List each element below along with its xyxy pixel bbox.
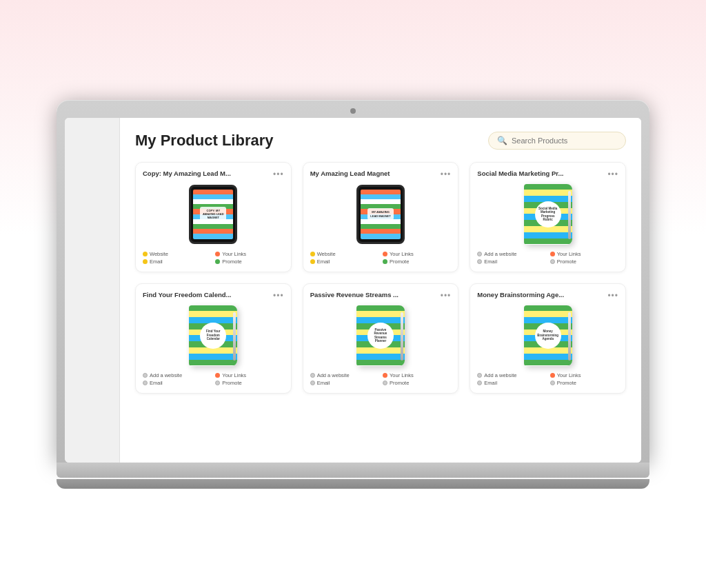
product-name: Find Your Freedom Calend... bbox=[143, 291, 270, 299]
action-label: Promote bbox=[390, 380, 409, 386]
action-label: Add a website bbox=[484, 372, 516, 378]
product-card-header: Passive Revenue Streams ...••• bbox=[310, 291, 452, 301]
laptop-container: My Product Library 🔍 Copy: My Amazing Le… bbox=[57, 100, 649, 489]
action-item[interactable]: Website bbox=[310, 251, 379, 257]
product-menu-button[interactable]: ••• bbox=[438, 291, 452, 301]
book-stripe bbox=[524, 184, 572, 190]
action-label: Add a website bbox=[317, 372, 350, 378]
action-dot bbox=[477, 381, 482, 385]
action-dot bbox=[383, 381, 387, 385]
action-item[interactable]: Add a website bbox=[143, 372, 211, 378]
tablet-wrapper: COPY: MY AMAZING LEAD MAGNET bbox=[189, 185, 237, 244]
action-item[interactable]: Promote bbox=[215, 258, 283, 265]
action-dot bbox=[383, 259, 387, 264]
action-label: Email bbox=[150, 258, 163, 265]
action-dot bbox=[215, 381, 220, 385]
action-item[interactable]: Email bbox=[477, 380, 545, 386]
pen-icon bbox=[568, 191, 571, 239]
pen-icon bbox=[568, 312, 571, 361]
book-center-text: Find Your Freedom Calendar bbox=[200, 328, 226, 342]
action-label: Your Links bbox=[390, 372, 414, 378]
action-dot bbox=[143, 381, 148, 385]
action-item[interactable]: Email bbox=[143, 258, 211, 265]
book-center-text: Social Media Marketing Progress Rubric bbox=[535, 205, 561, 223]
search-input[interactable] bbox=[512, 136, 617, 145]
tablet-text: COPY: MY AMAZING LEAD MAGNET bbox=[200, 207, 226, 222]
action-item[interactable]: Email bbox=[310, 380, 379, 386]
action-item[interactable]: Email bbox=[477, 258, 545, 265]
action-label: Your Links bbox=[557, 372, 581, 378]
pen-icon bbox=[401, 312, 403, 361]
action-item[interactable]: Your Links bbox=[215, 372, 283, 378]
product-name: Money Brainstorming Age... bbox=[477, 291, 605, 299]
screen-bezel: My Product Library 🔍 Copy: My Amazing Le… bbox=[57, 100, 649, 463]
action-item[interactable]: Add a website bbox=[477, 372, 545, 378]
product-menu-button[interactable]: ••• bbox=[605, 170, 618, 179]
action-dot bbox=[550, 373, 555, 378]
tablet-text: MY AMAZING LEAD MAGNET bbox=[367, 208, 394, 219]
action-label: Promote bbox=[390, 258, 409, 265]
product-actions: Add a websiteYour LinksEmailPromote bbox=[477, 251, 618, 265]
action-item[interactable]: Your Links bbox=[550, 251, 618, 257]
search-bar[interactable]: 🔍 bbox=[488, 132, 626, 150]
action-label: Promote bbox=[557, 380, 576, 386]
tablet-wrapper: MY AMAZING LEAD MAGNET bbox=[356, 185, 405, 244]
book-wrapper: Find Your Freedom Calendar bbox=[189, 305, 237, 366]
action-dot bbox=[215, 259, 220, 264]
product-card: My Amazing Lead Magnet•••MY AMAZING LEAD… bbox=[303, 162, 459, 272]
laptop-base bbox=[57, 463, 649, 478]
product-menu-button[interactable]: ••• bbox=[605, 291, 618, 301]
product-actions: WebsiteYour LinksEmailPromote bbox=[310, 251, 452, 265]
book-stripe bbox=[189, 360, 237, 366]
action-dot bbox=[310, 252, 315, 256]
action-item[interactable]: Email bbox=[310, 258, 379, 265]
action-item[interactable]: Your Links bbox=[550, 372, 618, 378]
action-item[interactable]: Email bbox=[143, 380, 211, 386]
product-actions: Add a websiteYour LinksEmailPromote bbox=[310, 372, 452, 386]
product-name: Copy: My Amazing Lead M... bbox=[143, 170, 270, 178]
laptop-foot bbox=[57, 479, 649, 489]
action-item[interactable]: Your Links bbox=[383, 372, 451, 378]
action-label: Your Links bbox=[222, 251, 246, 257]
book-stripe bbox=[189, 305, 237, 312]
action-item[interactable]: Your Links bbox=[215, 251, 283, 257]
action-dot bbox=[550, 381, 555, 385]
book-stripe bbox=[524, 232, 572, 239]
book-circle: Social Media Marketing Progress Rubric bbox=[535, 201, 561, 227]
product-image-container: MY AMAZING LEAD MAGNET bbox=[310, 183, 452, 245]
product-card-header: My Amazing Lead Magnet••• bbox=[310, 170, 452, 179]
action-dot bbox=[550, 252, 555, 256]
product-actions: Add a websiteYour LinksEmailPromote bbox=[143, 372, 284, 386]
action-label: Your Links bbox=[390, 251, 414, 257]
action-item[interactable]: Promote bbox=[383, 258, 451, 265]
action-item[interactable]: Website bbox=[143, 251, 211, 257]
action-item[interactable]: Promote bbox=[550, 258, 618, 265]
action-label: Email bbox=[317, 258, 330, 265]
action-dot bbox=[143, 373, 148, 378]
action-dot bbox=[477, 252, 482, 256]
book-stripe bbox=[356, 354, 405, 360]
product-name: My Amazing Lead Magnet bbox=[310, 170, 438, 178]
book-stripe bbox=[524, 354, 572, 360]
action-item[interactable]: Add a website bbox=[477, 251, 545, 257]
product-image-container: Passive Revenue Streams Planner bbox=[310, 305, 452, 367]
book-circle: Money Brainstorming Agenda bbox=[535, 323, 561, 349]
action-dot bbox=[550, 259, 555, 264]
product-menu-button[interactable]: ••• bbox=[438, 170, 452, 179]
product-menu-button[interactable]: ••• bbox=[270, 170, 284, 179]
action-dot bbox=[477, 373, 482, 378]
action-item[interactable]: Promote bbox=[383, 380, 451, 386]
book-stripe bbox=[356, 305, 405, 312]
product-menu-button[interactable]: ••• bbox=[270, 291, 284, 301]
action-label: Email bbox=[484, 380, 497, 386]
action-label: Promote bbox=[557, 258, 576, 265]
tablet-inner: MY AMAZING LEAD MAGNET bbox=[361, 190, 401, 239]
book-wrapper: Money Brainstorming Agenda bbox=[524, 305, 572, 366]
action-item[interactable]: Promote bbox=[215, 380, 283, 386]
book-stripe bbox=[189, 311, 237, 317]
book-wrapper: Social Media Marketing Progress Rubric bbox=[524, 184, 572, 245]
action-item[interactable]: Promote bbox=[550, 380, 618, 386]
product-image-container: COPY: MY AMAZING LEAD MAGNET bbox=[143, 183, 284, 245]
action-item[interactable]: Your Links bbox=[383, 251, 451, 257]
action-item[interactable]: Add a website bbox=[310, 372, 379, 378]
